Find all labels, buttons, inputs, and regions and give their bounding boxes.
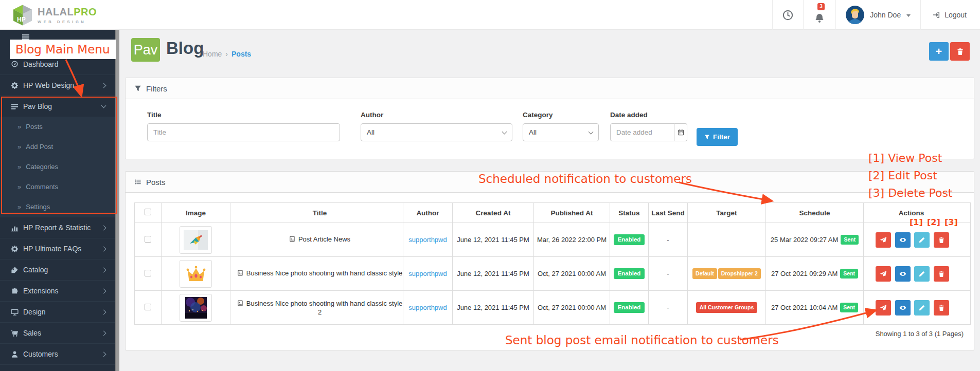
chevron-right-icon [101,288,106,293]
sidebar-scrollbar[interactable] [115,30,119,371]
paper-plane-icon [880,304,887,311]
sidebar-item-add-post[interactable]: »Add Post [0,137,115,157]
select-all-checkbox[interactable] [145,209,151,215]
chevron-right-icon [101,330,106,336]
trash-icon [956,48,964,55]
send-notification-button[interactable] [876,266,891,282]
sidebar-item-label: HP Report & Statistic [23,224,102,232]
file-image-icon [237,270,243,278]
edit-post-button[interactable] [914,300,930,316]
sidebar-item-posts[interactable]: »Posts [0,117,115,137]
sidebar-item-hp-ultimate-faqs[interactable]: HP Ultimate FAQs [0,238,115,259]
sidebar-item-hp-report-statistic[interactable]: HP Report & Statistic [0,217,115,238]
concert-image [185,297,207,319]
pencil-icon [918,270,925,277]
title-filter-input[interactable] [147,123,340,141]
sidebar-item-categories[interactable]: »Categories [0,157,115,177]
post-author-link[interactable]: supporthpwd [408,304,447,311]
sidebar-item-customers[interactable]: Customers [0,343,115,364]
view-post-button[interactable] [895,266,911,282]
send-notification-button[interactable] [876,300,891,316]
menu-toggle-icon[interactable] [22,33,30,41]
chevron-right-icon [101,83,106,88]
column-header-author[interactable]: Author [403,203,453,223]
column-header-status: Status [610,203,649,223]
file-image-icon [237,301,243,308]
column-header-created-at[interactable]: Created At [453,203,534,223]
brand-tagline: WEB DESIGN [38,20,97,24]
row-checkbox[interactable] [145,236,151,243]
posts-table: Image Title Author Created At Published … [134,202,971,325]
category-filter-value: All [529,128,537,136]
sidebar-item-design[interactable]: Design [0,301,115,322]
add-post-button[interactable]: + [929,42,949,61]
delete-post-button[interactable] [934,266,949,282]
category-filter-select[interactable]: All [523,123,599,141]
sidebar-item-sales[interactable]: Sales [0,322,115,343]
view-post-button[interactable] [895,232,911,248]
post-last-send: - [649,223,688,257]
filter-button[interactable]: Filter [697,128,738,146]
sidebar-item-pav-blog[interactable]: Pav Blog [0,96,115,117]
brand-wordmark: HALALPRO WEB DESIGN [38,6,97,24]
breadcrumb-home[interactable]: Home [203,50,222,58]
post-title: Business Nice photo shooting with hand c… [246,269,403,277]
funnel-icon [704,134,710,140]
send-notification-button[interactable] [876,232,891,248]
delete-selected-button[interactable] [950,42,970,61]
gears-icon [11,245,23,253]
logout-label: Logout [945,11,967,19]
edit-post-button[interactable] [914,266,930,282]
notifications-button[interactable]: 3 [804,0,835,30]
sidebar-item-label: Categories [26,163,58,171]
sent-badge: Sent [841,235,859,245]
logout-button[interactable]: Logout [921,0,980,30]
column-header-target: Target [688,203,766,223]
user-menu[interactable]: John Doe [836,0,920,30]
sidebar-item-hp-web-design[interactable]: HP Web Design [0,75,115,96]
filter-field-category: Category All [523,111,599,141]
status-badge: Enabled [614,302,645,313]
row-checkbox[interactable] [145,270,151,276]
date-added-filter-input[interactable] [610,123,674,141]
sidebar-item-extensions[interactable]: Extensions [0,280,115,301]
post-author-link[interactable]: supporthpwd [408,270,447,277]
chevron-right-icon [101,309,106,314]
gears-icon [11,82,23,89]
sidebar-item-label: Catalog [23,266,102,274]
title-filter-label: Title [147,111,340,119]
filters-panel: Filters Title Author All Category All [125,78,974,159]
sidebar-item-settings[interactable]: »Settings [0,197,115,217]
post-target: All Customer Groups [688,291,766,325]
user-name: John Doe [870,11,901,19]
sidebar-item-comments[interactable]: »Comments [0,177,115,197]
breadcrumb: Home › Posts [203,50,251,58]
target-badge: All Customer Groups [696,302,758,313]
table-row: Business Nice photo shooting with hand c… [135,257,971,291]
sidebar-submenu-pav-blog: »Posts »Add Post »Categories »Comments »… [0,117,115,217]
row-checkbox[interactable] [145,304,151,310]
view-post-button[interactable] [895,300,911,316]
table-row: Post Article News supporthpwd June 12, 2… [135,223,971,257]
pagination-status: Showing 1 to 3 of 3 (1 Pages) [876,330,964,338]
sidebar-item-dashboard[interactable]: Dashboard [0,53,115,75]
person-icon [11,350,23,358]
column-header-title[interactable]: Title [230,203,403,223]
sidebar-item-label: Customers [23,350,102,358]
author-filter-select[interactable]: All [361,123,512,141]
sidebar-item-label: HP Ultimate FAQs [23,245,102,253]
edit-post-button[interactable] [914,232,930,248]
post-published-at: Oct, 27 2021 00:00 AM [534,257,610,291]
column-header-published-at[interactable]: Published At [534,203,610,223]
breadcrumb-separator: › [225,50,228,58]
sent-badge: Sent [840,303,858,312]
delete-post-button[interactable] [934,232,949,248]
filter-field-title: Title [147,111,340,141]
date-picker-button[interactable] [674,123,687,141]
history-button[interactable] [773,0,803,30]
sidebar-item-catalog[interactable]: Catalog [0,259,115,280]
delete-post-button[interactable] [934,300,949,316]
brand-logo: HP HALALPRO WEB DESIGN [12,4,97,26]
post-thumbnail [180,226,212,254]
post-author-link[interactable]: supporthpwd [408,236,447,244]
